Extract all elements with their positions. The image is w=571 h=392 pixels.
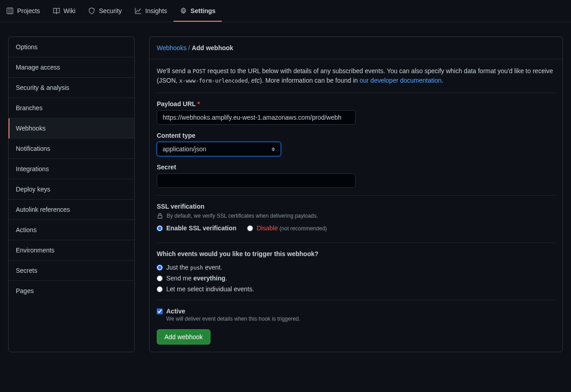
svg-rect-4: [158, 215, 162, 218]
code-post: POST: [192, 68, 206, 75]
select-value: application/json: [163, 145, 206, 153]
secret-label: Secret: [157, 163, 555, 171]
payload-url-label: Payload URL *: [157, 100, 555, 107]
tab-security[interactable]: Security: [82, 0, 128, 22]
events-push-label[interactable]: Just the push event.: [166, 264, 222, 271]
sidebar-item-webhooks[interactable]: Webhooks: [9, 118, 134, 139]
breadcrumb-root-link[interactable]: Webhooks: [157, 44, 187, 51]
ssl-note-row: By default, we verify SSL certificates w…: [157, 213, 555, 219]
content-type-select[interactable]: application/json: [157, 142, 281, 156]
svg-rect-0: [7, 8, 13, 14]
tab-label: Settings: [191, 7, 215, 14]
active-desc: We will deliver event details when this …: [166, 316, 300, 322]
divider: [157, 300, 555, 300]
top-nav: Projects Wiki Security Insights Settings: [0, 0, 571, 22]
events-push-radio[interactable]: [157, 265, 163, 271]
events-title: Which events would you like to trigger t…: [157, 250, 555, 257]
tab-insights[interactable]: Insights: [128, 0, 173, 22]
graph-icon: [135, 7, 142, 14]
sidebar-item-options[interactable]: Options: [9, 37, 134, 57]
developer-docs-link[interactable]: our developer documentation: [360, 77, 441, 84]
sidebar-item-autolink-references[interactable]: Autolink references: [9, 200, 134, 220]
book-icon: [53, 7, 60, 14]
events-everything-radio[interactable]: [157, 275, 163, 281]
sidebar-item-environments[interactable]: Environments: [9, 240, 134, 261]
shield-icon: [88, 7, 95, 14]
breadcrumb-sep: /: [188, 44, 190, 51]
intro-text: We'll send a POST request to the URL bel…: [157, 66, 555, 85]
main-panel: Webhooks / Add webhook We'll send a POST…: [149, 37, 563, 352]
tab-label: Security: [99, 7, 122, 14]
code-urlencoded: x-www-form-urlencoded: [179, 78, 248, 84]
breadcrumb: Webhooks / Add webhook: [150, 37, 562, 59]
divider: [157, 93, 555, 93]
sidebar-item-integrations[interactable]: Integrations: [9, 159, 134, 179]
sidebar-item-notifications[interactable]: Notifications: [9, 139, 134, 159]
lock-icon: [157, 213, 163, 219]
sidebar-item-secrets[interactable]: Secrets: [9, 261, 134, 281]
svg-point-3: [183, 10, 184, 12]
events-everything-label[interactable]: Send me everything.: [166, 275, 227, 282]
tab-label: Wiki: [64, 7, 75, 14]
ssl-title: SSL verification: [157, 203, 555, 210]
secret-input[interactable]: [157, 173, 356, 188]
ssl-enable-label[interactable]: Enable SSL verification: [166, 224, 236, 232]
sidebar-item-manage-access[interactable]: Manage access: [9, 57, 134, 78]
active-checkbox[interactable]: [157, 308, 163, 314]
add-webhook-button[interactable]: Add webhook: [157, 329, 211, 345]
active-label: Active: [166, 308, 185, 315]
events-individual-radio[interactable]: [157, 286, 163, 292]
content-type-label: Content type: [157, 132, 555, 139]
updown-caret-icon: [271, 147, 275, 151]
project-icon: [6, 7, 14, 14]
events-individual-label[interactable]: Let me select individual events.: [166, 285, 254, 293]
sidebar-item-security-analysis[interactable]: Security & analysis: [9, 78, 134, 98]
divider: [157, 195, 555, 196]
ssl-disable-label[interactable]: Disable (not recommended): [257, 224, 327, 232]
tab-wiki[interactable]: Wiki: [47, 0, 82, 22]
ssl-enable-radio[interactable]: [157, 225, 163, 231]
sidebar-item-pages[interactable]: Pages: [9, 281, 134, 301]
sidebar-item-deploy-keys[interactable]: Deploy keys: [9, 179, 134, 200]
ssl-disable-radio[interactable]: [247, 225, 253, 231]
tab-projects[interactable]: Projects: [0, 0, 47, 22]
divider: [157, 243, 555, 243]
gear-icon: [180, 7, 187, 14]
settings-sidebar: Options Manage access Security & analysi…: [8, 37, 135, 352]
tab-label: Insights: [145, 7, 167, 14]
tab-label: Projects: [17, 7, 40, 14]
sidebar-item-actions[interactable]: Actions: [9, 220, 134, 240]
tab-settings[interactable]: Settings: [173, 0, 222, 22]
payload-url-input[interactable]: [157, 110, 356, 125]
sidebar-item-branches[interactable]: Branches: [9, 98, 134, 118]
breadcrumb-current: Add webhook: [192, 44, 234, 51]
